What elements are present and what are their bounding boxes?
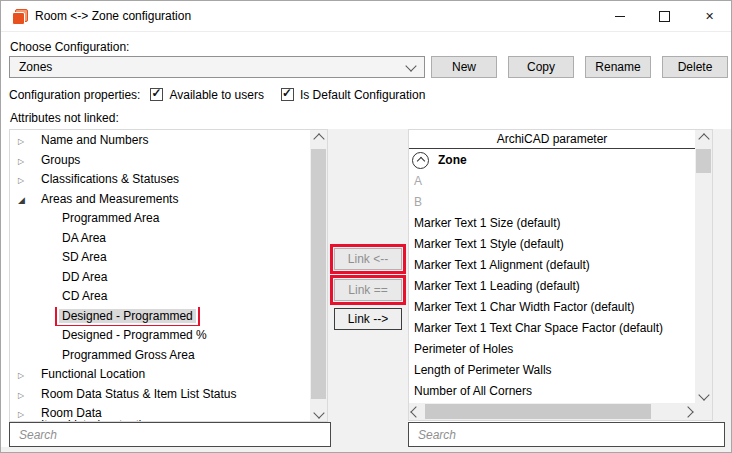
parameter-item[interactable]: Length of Perimeter Walls xyxy=(409,360,695,381)
close-button[interactable]: ✕ xyxy=(687,1,732,31)
checkbox-pair: ✓Available to users xyxy=(150,88,264,102)
parameter-item[interactable]: Marker Text 1 Char Width Factor (default… xyxy=(409,297,695,318)
collapse-circle-icon[interactable] xyxy=(412,152,429,169)
scroll-up-button[interactable] xyxy=(695,130,712,147)
tree-item[interactable]: Designed - Programmed xyxy=(10,307,310,327)
rename-button[interactable]: Rename xyxy=(585,56,651,78)
tree-item-label[interactable]: Areas and Measurements xyxy=(38,192,181,206)
scroll-left-button[interactable] xyxy=(409,403,423,420)
parameter-item[interactable]: Number of All Corners xyxy=(409,381,695,402)
parameter-item[interactable]: Perimeter of Holes xyxy=(409,339,695,360)
maximize-button[interactable] xyxy=(642,1,687,31)
tree-item-label[interactable]: Classifications & Statuses xyxy=(38,172,182,186)
tree-item[interactable]: DA Area xyxy=(10,229,310,249)
parameter-item[interactable]: Marker Text 1 Style (default) xyxy=(409,234,695,255)
checkmark-icon: ✓ xyxy=(151,86,161,100)
configuration-properties-row: Configuration properties: ✓Available to … xyxy=(9,86,442,103)
scroll-down-button[interactable] xyxy=(695,386,712,403)
archicad-parameter-panel: ArchiCAD parameter Zone ABMarker Text 1 … xyxy=(408,129,713,421)
tree-item-label[interactable]: DD Area xyxy=(59,270,110,284)
tree-vertical-scrollbar[interactable] xyxy=(310,130,327,421)
scroll-up-icon xyxy=(698,133,709,144)
tree-item[interactable]: ▷Functional Location xyxy=(10,365,310,385)
parameter-group-row[interactable]: Zone xyxy=(409,149,695,171)
annotation-box: Link <-- xyxy=(330,244,406,274)
tree-collapsed-icon[interactable]: ▷ xyxy=(18,171,38,190)
tree-search-input[interactable] xyxy=(9,422,331,447)
tree-item-label[interactable]: Programmed Area xyxy=(59,211,162,225)
copy-button[interactable]: Copy xyxy=(508,56,574,78)
link-button[interactable]: Link <-- xyxy=(334,248,402,270)
tree-item[interactable]: ▷Classifications & Statuses xyxy=(10,170,310,190)
tree-item-label[interactable]: Room Data Status & Item List Status xyxy=(38,387,239,401)
tree-item-label[interactable]: Programmed Gross Area xyxy=(59,348,198,362)
checkbox-label: Available to users xyxy=(169,88,264,102)
new-button[interactable]: New xyxy=(431,56,497,78)
maximize-icon xyxy=(659,11,670,22)
configuration-properties-label: Configuration properties: xyxy=(9,88,140,102)
window-title: Room <-> Zone configuration xyxy=(35,9,191,23)
tree-item[interactable]: CD Area xyxy=(10,287,310,307)
link-button-wrap: Link --> xyxy=(334,308,402,330)
bottom-margin-background xyxy=(1,447,732,453)
minimize-button[interactable] xyxy=(597,1,642,31)
parameter-group-label: Zone xyxy=(438,153,467,167)
scroll-down-icon xyxy=(313,407,324,418)
checkbox[interactable]: ✓ xyxy=(150,88,163,101)
minimize-icon xyxy=(615,16,625,17)
scroll-right-button[interactable] xyxy=(681,403,695,420)
tree-item[interactable]: ▷Name and Numbers xyxy=(10,131,310,151)
scroll-up-button[interactable] xyxy=(310,130,327,147)
parameter-item[interactable]: Marker Text 1 Size (default) xyxy=(409,213,695,234)
tree-item-label[interactable]: Name and Numbers xyxy=(38,133,151,147)
chevron-up-icon xyxy=(416,157,424,165)
configuration-dropdown-value: Zones xyxy=(19,57,52,77)
parameter-horizontal-scrollbar[interactable] xyxy=(409,403,695,420)
tree-item[interactable]: Programmed Gross Area xyxy=(10,346,310,366)
chevron-down-icon xyxy=(405,60,416,71)
parameter-search-input[interactable] xyxy=(408,422,725,447)
tree-item[interactable]: ◢Areas and Measurements xyxy=(10,190,310,210)
parameter-vertical-scrollbar[interactable] xyxy=(695,130,712,403)
checkbox-pair: ✓Is Default Configuration xyxy=(281,88,425,102)
parameter-item[interactable]: A xyxy=(409,171,695,192)
scroll-left-icon xyxy=(410,406,421,417)
parameter-item[interactable]: B xyxy=(409,192,695,213)
tree-item-label[interactable]: Functional Location xyxy=(38,367,148,381)
tree-item[interactable]: ▷Room Data Status & Item List Status xyxy=(10,385,310,405)
tree-collapsed-icon[interactable]: ▷ xyxy=(18,132,38,151)
configuration-dropdown[interactable]: Zones xyxy=(9,56,425,78)
checkbox[interactable]: ✓ xyxy=(281,88,294,101)
tree-item[interactable]: SD Area xyxy=(10,248,310,268)
tree-collapsed-icon[interactable]: ▷ xyxy=(18,386,38,405)
tree-item-label[interactable]: Designed - Programmed % xyxy=(59,328,210,342)
parameter-item[interactable]: Marker Text 1 Alignment (default) xyxy=(409,255,695,276)
tree-collapsed-icon[interactable]: ▷ xyxy=(18,152,38,171)
tree-item-label[interactable]: Designed - Programmed xyxy=(59,309,196,323)
attributes-tree-panel: ▷Name and Numbers▷Groups▷Classifications… xyxy=(9,129,328,422)
scrollbar-corner xyxy=(695,403,712,420)
link-button[interactable]: Link == xyxy=(334,279,402,301)
tree-item-label[interactable]: CD Area xyxy=(59,289,110,303)
tree-item[interactable]: Designed - Programmed % xyxy=(10,326,310,346)
parameter-item[interactable]: Marker Text 1 Leading (default) xyxy=(409,276,695,297)
parameter-item[interactable]: Marker Text 1 Text Char Space Factor (de… xyxy=(409,318,695,339)
config-buttons: NewCopyRenameDelete xyxy=(431,56,731,78)
tree-expanded-icon[interactable]: ◢ xyxy=(18,191,38,210)
tree-collapsed-icon[interactable]: ▷ xyxy=(18,366,38,385)
scrollbar-thumb[interactable] xyxy=(696,149,711,173)
link-button[interactable]: Link --> xyxy=(334,308,402,330)
tree-item-label[interactable]: SD Area xyxy=(59,250,110,264)
tree-item-label[interactable]: DA Area xyxy=(59,231,109,245)
tree-item[interactable]: DD Area xyxy=(10,268,310,288)
close-icon: ✕ xyxy=(705,10,714,23)
scrollbar-thumb[interactable] xyxy=(311,149,326,399)
tree-item[interactable]: Programmed Area xyxy=(10,209,310,229)
delete-button[interactable]: Delete xyxy=(662,56,728,78)
app-icon-front-square xyxy=(12,12,25,25)
tree-item[interactable]: ▷Groups xyxy=(10,151,310,171)
scrollbar-thumb[interactable] xyxy=(425,404,651,419)
tree-item-label[interactable]: Groups xyxy=(38,153,83,167)
checkmark-icon: ✓ xyxy=(282,86,292,100)
scroll-down-button[interactable] xyxy=(310,404,327,421)
